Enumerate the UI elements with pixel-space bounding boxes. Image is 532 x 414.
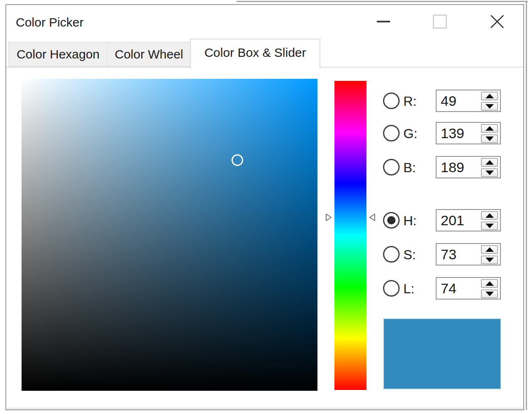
value-input-h[interactable] [437,210,484,231]
radio-r[interactable] [383,93,400,109]
arrow-up-icon [486,160,494,165]
spinner-down-button-g[interactable] [481,134,498,143]
arrow-down-icon [486,292,494,296]
radio-g[interactable] [383,125,400,141]
screen: Color Picker Color Hexagon Color Wheel C… [0,0,532,414]
minimize-button[interactable] [370,8,397,35]
arrow-up-icon [486,281,494,286]
close-button[interactable] [484,8,510,35]
arrow-down-icon [486,136,494,141]
arrow-down-icon [486,224,494,228]
arrow-up-icon [486,94,494,98]
hue-marker-right[interactable] [369,213,376,222]
value-input-l[interactable] [437,278,484,299]
channel-row-r: R: [383,90,501,112]
spinner-b [436,156,501,178]
spinner-h [436,209,501,231]
value-input-r[interactable] [437,90,484,111]
channel-label-s: S: [403,243,416,265]
tab-color-hexagon[interactable]: Color Hexagon [8,42,108,67]
minimize-icon [377,21,390,22]
radio-h[interactable] [383,212,400,229]
preview-swatch [383,318,501,390]
spinner-down-button-h[interactable] [481,222,498,230]
channel-label-b: B: [403,156,416,178]
radio-b[interactable] [383,159,400,175]
tab-color-wheel[interactable]: Color Wheel [107,42,191,67]
arrow-down-icon [486,104,494,109]
hue-slider[interactable] [334,81,366,390]
channel-row-h: H: [383,209,501,231]
spinner-down-button-l[interactable] [481,290,498,298]
spinner-g [436,122,501,144]
channel-label-h: H: [403,209,417,231]
tab-color-box-slider[interactable]: Color Box & Slider [190,39,320,68]
spinner-r [436,90,501,112]
spinner-down-button-s[interactable] [481,256,498,264]
hue-marker-left[interactable] [325,213,332,222]
value-input-g[interactable] [437,123,484,144]
spinner-up-button-s[interactable] [481,245,498,254]
spinner-s [436,243,501,265]
value-input-s[interactable] [437,244,484,265]
channel-label-g: G: [403,122,417,144]
spinner-up-button-r[interactable] [481,92,498,100]
window-bottom-edge [6,407,523,409]
window-title: Color Picker [16,5,83,39]
arrow-down-icon [486,258,494,262]
spinner-up-button-h[interactable] [481,211,498,220]
channel-label-l: L: [403,277,415,300]
channel-row-b: B: [383,156,501,178]
background-window-edge-top [237,1,528,2]
background-window-edge-right [526,1,527,410]
arrow-up-icon [486,126,494,131]
spinner-down-button-r[interactable] [481,102,498,111]
color-selector[interactable] [232,154,243,166]
color-picker-window: Color Picker Color Hexagon Color Wheel C… [5,4,524,410]
spinner-down-button-b[interactable] [481,168,498,177]
arrow-up-icon [486,247,494,252]
value-input-b[interactable] [437,157,484,178]
spinner-l [436,277,501,300]
close-icon [490,14,505,29]
spinner-up-button-b[interactable] [481,158,498,167]
spinner-up-button-l[interactable] [481,279,498,288]
channel-row-s: S: [383,243,501,265]
spinner-up-button-g[interactable] [481,124,498,133]
maximize-button[interactable] [427,8,453,35]
color-box[interactable] [22,79,317,391]
radio-l[interactable] [383,280,400,297]
channel-row-l: L: [383,277,501,300]
maximize-icon [433,15,447,29]
channel-row-g: G: [383,122,501,144]
arrow-down-icon [486,170,494,175]
radio-s[interactable] [383,246,400,263]
arrow-up-icon [486,213,494,218]
channel-label-r: R: [403,90,417,112]
